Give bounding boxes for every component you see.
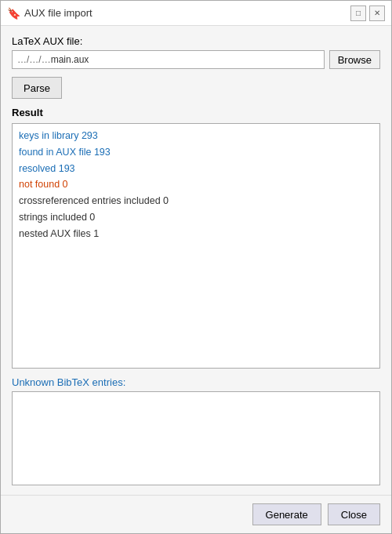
result-line-7: nested AUX files 1	[19, 227, 373, 242]
file-name: main.aux	[51, 54, 89, 65]
file-path-prefix: …/…/…	[17, 54, 51, 65]
close-button[interactable]: ✕	[369, 5, 385, 21]
aux-file-import-window: 🔖 AUX file import □ ✕ LaTeX AUX file: …/…	[0, 0, 392, 534]
titlebar-left: 🔖 AUX file import	[7, 7, 93, 20]
close-footer-button[interactable]: Close	[328, 503, 380, 525]
generate-button[interactable]: Generate	[252, 503, 321, 525]
result-line-5: crossreferenced entries included 0	[19, 194, 373, 209]
parse-button[interactable]: Parse	[12, 77, 62, 99]
minimize-button[interactable]: □	[350, 5, 366, 21]
result-line-2: found in AUX file 193	[19, 145, 373, 160]
app-icon: 🔖	[7, 7, 20, 20]
unknown-box	[12, 391, 380, 485]
main-content: LaTeX AUX file: …/…/… main.aux Browse Pa…	[1, 26, 391, 495]
unknown-section: Unknown BibTeX entries:	[12, 376, 380, 485]
file-input-box[interactable]: …/…/… main.aux	[12, 50, 325, 69]
result-line-1: keys in library 293	[19, 129, 373, 143]
file-input-row: …/…/… main.aux Browse	[12, 50, 380, 69]
result-line-3: resolved 193	[19, 162, 373, 176]
result-line-6: strings included 0	[19, 210, 373, 225]
result-box: keys in library 293 found in AUX file 19…	[12, 123, 380, 369]
titlebar: 🔖 AUX file import □ ✕	[1, 1, 391, 26]
window-title: AUX file import	[24, 7, 93, 19]
titlebar-controls: □ ✕	[350, 5, 385, 21]
browse-button[interactable]: Browse	[329, 50, 380, 69]
unknown-label: Unknown BibTeX entries:	[12, 376, 380, 388]
result-section: Result keys in library 293 found in AUX …	[12, 107, 380, 369]
result-line-4: not found 0	[19, 177, 373, 192]
footer: Generate Close	[1, 495, 391, 533]
result-label: Result	[12, 107, 380, 118]
file-section: LaTeX AUX file: …/…/… main.aux Browse	[12, 35, 380, 69]
file-field-label: LaTeX AUX file:	[12, 35, 380, 47]
